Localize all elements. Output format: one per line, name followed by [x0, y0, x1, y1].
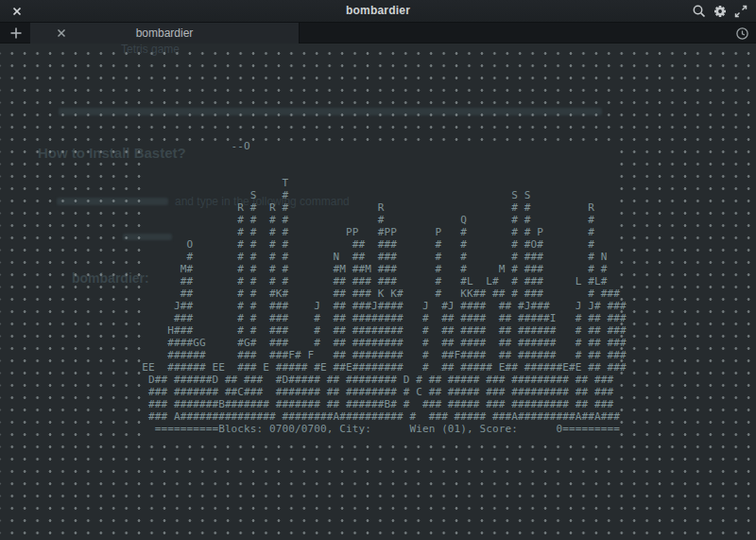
dot-pattern-bottom: [0, 438, 756, 540]
dot-pattern-right: [620, 141, 756, 438]
search-icon[interactable]: [692, 4, 707, 19]
tabbar: bombardier: [0, 23, 756, 44]
titlebar: bombardier: [0, 0, 756, 23]
gear-icon[interactable]: [713, 4, 728, 19]
tab-label: bombardier: [30, 26, 299, 40]
game-ascii-screen: --O T S # S S R # R # R # # R # # # #: [123, 140, 627, 435]
history-icon[interactable]: [735, 26, 749, 41]
fullscreen-icon[interactable]: [733, 4, 748, 19]
terminal-screen[interactable]: Tetris game How to Install Bastet? and t…: [0, 44, 756, 540]
app-window: { "window": { "title": "bombardier" }, "…: [0, 0, 756, 540]
tab-bombardier[interactable]: bombardier: [30, 23, 300, 44]
window-title: bombardier: [0, 4, 756, 17]
new-tab-button[interactable]: [8, 26, 25, 41]
dot-pattern-top: [0, 44, 756, 141]
